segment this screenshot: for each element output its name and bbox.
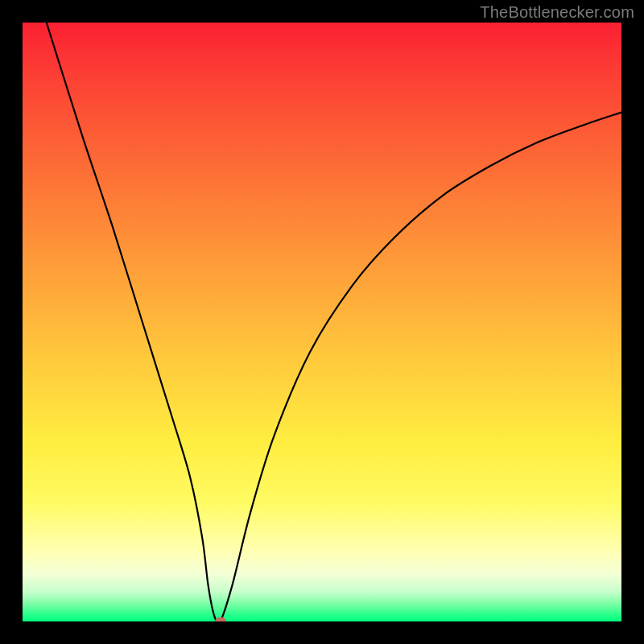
optimal-point-marker — [215, 617, 226, 621]
chart-frame: TheBottlenecker.com — [0, 0, 644, 644]
plot-area — [23, 23, 621, 621]
watermark-text: TheBottlenecker.com — [480, 3, 634, 22]
bottleneck-curve — [23, 23, 621, 621]
